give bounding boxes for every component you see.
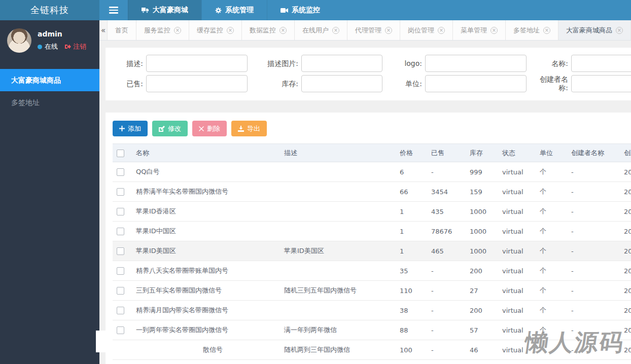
row-checkbox[interactable] <box>117 326 124 334</box>
cell-stock: 46 <box>466 340 498 360</box>
tab-close-icon[interactable]: × <box>385 27 392 34</box>
cell-name: 苹果ID中国区 <box>132 222 280 241</box>
tab-4[interactable]: 数据监控× <box>242 20 295 40</box>
cell-created: 20 <box>620 222 631 241</box>
top-nav: 大富豪商城系统管理系统监控 <box>128 0 333 20</box>
button-label: 导出 <box>247 124 260 133</box>
row-checkbox[interactable] <box>117 188 124 196</box>
field-label: 描述: <box>106 59 146 68</box>
topnav-item-1[interactable]: 大富豪商城 <box>128 0 201 20</box>
field-input[interactable] <box>146 55 248 72</box>
edit-button[interactable]: 修改 <box>152 121 188 136</box>
tab-close-icon[interactable]: × <box>438 27 445 34</box>
tab-close-icon[interactable]: × <box>332 27 339 34</box>
row-checkbox[interactable] <box>117 267 124 275</box>
logout-label: 注销 <box>73 42 86 51</box>
row-checkbox-cell <box>113 182 132 202</box>
cell-created: 20 <box>620 281 631 301</box>
field-label: 名称: <box>531 59 571 68</box>
cell-sold: 465 <box>427 241 466 261</box>
main-content: 描述:描述图片:logo:名称: 已售:库存:单位:创建者名称: 添加修改删除导… <box>99 41 631 364</box>
truck-icon <box>142 7 149 13</box>
column-header: 描述 <box>280 144 396 162</box>
cell-unit: 个 <box>536 301 567 320</box>
cell-stock: 200 <box>466 301 498 320</box>
field-input[interactable] <box>301 55 382 72</box>
row-checkbox[interactable] <box>117 168 124 176</box>
row-checkbox[interactable] <box>117 208 124 215</box>
tab-close-icon[interactable]: × <box>616 27 623 34</box>
tab-close-icon[interactable]: × <box>543 27 550 34</box>
cell-unit: 个 <box>536 261 567 281</box>
tab-label: 多签地址 <box>513 26 540 35</box>
column-header: 库存 <box>466 144 498 162</box>
tab-8[interactable]: 菜单管理× <box>453 20 506 40</box>
cell-name: 一到两年带实名带圈国内微信号 <box>132 320 280 340</box>
tab-3[interactable]: 缓存监控× <box>189 20 242 40</box>
cell-price: 38 <box>396 301 427 320</box>
online-status-icon <box>38 45 42 49</box>
sidebar-item-1[interactable]: 大富豪商城商品 <box>0 69 99 91</box>
sidebar-item-2[interactable]: 多签地址 <box>0 91 99 114</box>
cell-status: virtual <box>498 241 536 261</box>
row-checkbox[interactable] <box>117 247 124 255</box>
tab-2[interactable]: 服务监控× <box>136 20 189 40</box>
cell-creator: - <box>567 301 620 320</box>
table-row: 三到五年实名带圈国内微信号随机三到五年国内微信号110-27virtual个-2… <box>113 281 631 301</box>
search-form-row-2: 已售:库存:单位:创建者名称: <box>106 75 631 92</box>
tab-label: 大富豪商城商品 <box>566 26 612 35</box>
cell-price: 110 <box>396 281 427 301</box>
logout-link[interactable]: 注销 <box>64 42 86 51</box>
cell-price: 1 <box>396 241 427 261</box>
tab-close-icon[interactable]: × <box>227 27 234 34</box>
topnav-item-2[interactable]: 系统管理 <box>201 0 267 20</box>
tab-close-icon[interactable]: × <box>174 27 181 34</box>
topnav-item-label: 大富豪商城 <box>153 6 188 15</box>
field-input[interactable] <box>301 75 382 92</box>
field-input[interactable] <box>571 75 631 92</box>
cell-description <box>280 162 396 182</box>
field-input[interactable] <box>146 75 248 92</box>
tab-scroll-left-button[interactable]: « <box>99 20 108 40</box>
cell-price: 66 <box>396 182 427 202</box>
avatar[interactable] <box>7 28 31 53</box>
topnav-item-3[interactable]: 系统监控 <box>267 0 333 20</box>
field-input[interactable] <box>425 75 527 92</box>
select-all-checkbox[interactable] <box>117 150 124 157</box>
tab-10[interactable]: 大富豪商城商品× <box>558 20 631 40</box>
field-input[interactable] <box>571 55 631 72</box>
button-label: 添加 <box>128 124 141 133</box>
export-button[interactable]: 导出 <box>231 121 267 136</box>
delete-button[interactable]: 删除 <box>192 121 227 136</box>
field-label: 单位: <box>384 80 425 88</box>
cell-stock: 159 <box>466 182 498 202</box>
row-checkbox[interactable] <box>117 228 124 235</box>
cell-name: 精养满月国内带实名带圈微信号 <box>132 301 280 320</box>
row-checkbox[interactable] <box>117 307 124 314</box>
table-row: 精养满半年实名带圈国内微信号663454159virtual个-20 <box>113 182 631 202</box>
cell-stock: 27 <box>466 281 498 301</box>
cell-name: 苹果ID美国区 <box>132 241 280 261</box>
tab-5[interactable]: 在线用户× <box>295 20 347 40</box>
brand-logo: 全链科技 <box>0 0 99 20</box>
cell-sold: - <box>427 162 466 182</box>
cell-status: virtual <box>498 281 536 301</box>
tab-close-icon[interactable]: × <box>490 27 498 34</box>
column-header: 创建者名称 <box>567 144 620 162</box>
cell-created: 20 <box>620 182 631 202</box>
tab-7[interactable]: 岗位管理× <box>400 20 453 40</box>
table-row: 苹果ID美国区苹果ID美国区14651000virtual个-20 <box>113 241 631 261</box>
table-row: QQ白号6-999virtual个-20 <box>113 162 631 182</box>
table-row: 精养满月国内带实名带圈微信号38-200virtual个-20 <box>113 301 631 320</box>
tab-9[interactable]: 多签地址× <box>506 20 558 40</box>
tab-6[interactable]: 代理管理× <box>347 20 400 40</box>
tab-1[interactable]: 首页 <box>108 20 136 40</box>
search-form-panel: 描述:描述图片:logo:名称: 已售:库存:单位:创建者名称: <box>106 48 631 100</box>
add-button[interactable]: 添加 <box>113 121 148 136</box>
tab-close-icon[interactable]: × <box>279 27 287 34</box>
cell-price: 6 <box>396 162 427 182</box>
sidebar-toggle-button[interactable] <box>99 0 128 20</box>
field-input[interactable] <box>425 55 527 72</box>
row-checkbox[interactable] <box>117 287 124 295</box>
cell-creator: - <box>567 202 620 222</box>
